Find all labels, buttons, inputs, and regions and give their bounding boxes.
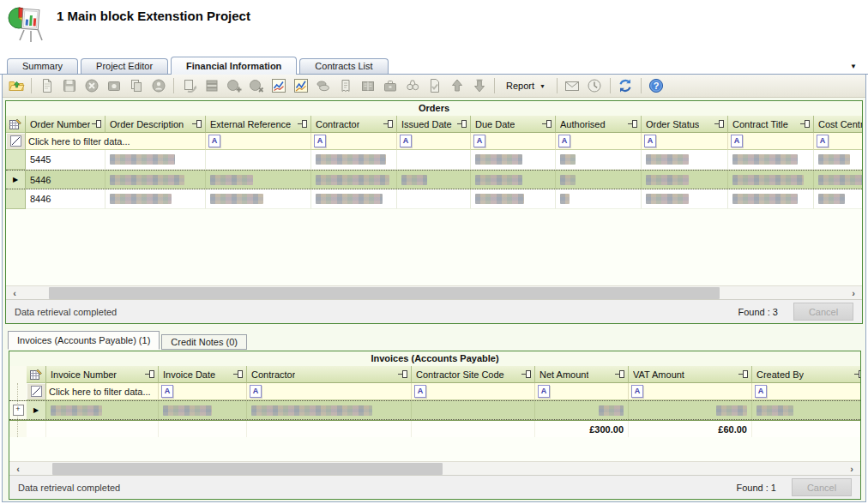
table-row[interactable]: 8446	[6, 189, 862, 209]
column-header-contract-title[interactable]: Contract Title	[728, 116, 814, 133]
move-down-icon[interactable]	[468, 76, 490, 96]
order-graph-icon[interactable]	[268, 76, 289, 96]
view-record-icon[interactable]	[103, 76, 124, 96]
scroll-thumb[interactable]	[52, 463, 443, 475]
filter-cell-external-reference[interactable]: A	[206, 133, 311, 150]
filter-cell-contractor[interactable]: A	[247, 383, 412, 400]
column-header-net-amount[interactable]: Net Amount	[535, 366, 629, 383]
column-header-invoice-date[interactable]: Invoice Date	[159, 366, 247, 383]
filter-cell-cost-centre[interactable]: A	[814, 133, 862, 150]
move-up-icon[interactable]	[446, 76, 467, 96]
tab-invoices-accounts-payable[interactable]: Invoices (Accounts Payable) (1)	[8, 331, 160, 350]
filter-type-icon[interactable]: A	[644, 135, 656, 147]
filter-cell-order-status[interactable]: A	[642, 133, 728, 150]
table-row[interactable]: ▶5446	[6, 170, 862, 189]
column-pin-icon[interactable]	[457, 120, 467, 128]
filter-row-button[interactable]	[27, 383, 46, 400]
save-record-icon[interactable]	[58, 76, 80, 96]
filter-type-icon[interactable]: A	[473, 135, 485, 147]
expand-row-button[interactable]: +	[13, 405, 24, 416]
tab-contracts-list[interactable]: Contracts List	[299, 58, 388, 74]
filter-type-icon[interactable]: A	[631, 385, 643, 398]
select-all-button[interactable]	[6, 116, 26, 133]
history-icon[interactable]	[584, 76, 606, 96]
filter-cell-invoice-date[interactable]: A	[159, 383, 247, 400]
column-header-created-by[interactable]: Created By	[752, 366, 860, 383]
order-graph-alt-icon[interactable]	[290, 76, 311, 96]
column-header-contractor[interactable]: Contractor	[311, 116, 397, 133]
column-header-authorised[interactable]: Authorised	[556, 116, 642, 133]
copy-record-icon[interactable]	[125, 76, 147, 96]
filter-cell-due-date[interactable]: A	[471, 133, 556, 150]
column-pin-icon[interactable]	[628, 120, 638, 128]
filter-type-icon[interactable]: A	[208, 135, 220, 147]
tab-project-editor[interactable]: Project Editor	[81, 58, 168, 74]
audit-order-icon[interactable]	[424, 76, 445, 96]
scroll-left-icon[interactable]: ‹	[9, 287, 20, 299]
tab-overflow-dropdown-icon[interactable]: ▼	[850, 60, 857, 74]
filter-type-icon[interactable]: A	[731, 135, 743, 147]
filter-prompt-cell[interactable]: Click here to filter data...	[46, 383, 159, 400]
add-item-icon[interactable]	[223, 76, 244, 96]
column-pin-icon[interactable]	[298, 120, 308, 128]
cancel-button[interactable]: Cancel	[793, 303, 853, 321]
row-selector[interactable]: ▶	[6, 171, 26, 189]
filter-cell-net-amount[interactable]: A	[535, 383, 629, 400]
cancel-button[interactable]: Cancel	[792, 478, 852, 496]
filter-prompt-cell[interactable]: Click here to filter data...	[26, 133, 206, 150]
column-header-issued-date[interactable]: Issued Date	[397, 116, 471, 133]
filter-type-icon[interactable]: A	[755, 385, 767, 398]
column-pin-icon[interactable]	[233, 370, 244, 378]
tab-financial-information[interactable]: Financial Information	[171, 57, 297, 75]
delete-record-icon[interactable]	[81, 76, 102, 96]
filter-cell-contractor-site-code[interactable]: A	[412, 383, 535, 400]
help-icon[interactable]: ?	[646, 76, 667, 96]
column-header-contractor[interactable]: Contractor	[247, 366, 412, 383]
column-pin-icon[interactable]	[854, 370, 860, 378]
row-selector[interactable]: ▶	[27, 401, 46, 419]
refresh-icon[interactable]	[615, 76, 636, 96]
orders-hscrollbar[interactable]: ‹›	[6, 285, 862, 299]
filter-cell-authorised[interactable]: A	[556, 133, 642, 150]
report-button[interactable]: Report▼	[499, 79, 552, 93]
remove-item-icon[interactable]	[245, 76, 267, 96]
filter-cell-created-by[interactable]: A	[752, 383, 860, 400]
table-row[interactable]: +▶	[9, 400, 860, 420]
tab-credit-notes[interactable]: Credit Notes (0)	[161, 334, 247, 350]
column-header-vat-amount[interactable]: VAT Amount	[629, 366, 752, 383]
column-pin-icon[interactable]	[383, 120, 394, 128]
new-record-icon[interactable]	[36, 76, 57, 96]
invoices-hscrollbar[interactable]: ‹›	[9, 461, 860, 475]
column-pin-icon[interactable]	[615, 370, 625, 378]
column-header-order-number[interactable]: Order Number	[26, 116, 105, 133]
table-row[interactable]: 5445	[6, 150, 862, 170]
filter-type-icon[interactable]: A	[414, 385, 426, 398]
filter-type-icon[interactable]: A	[817, 135, 829, 147]
column-pin-icon[interactable]	[542, 120, 552, 128]
column-pin-icon[interactable]	[192, 120, 202, 128]
filter-type-icon[interactable]: A	[250, 385, 262, 398]
filter-cell-vat-amount[interactable]: A	[629, 383, 752, 400]
contract-case-icon[interactable]	[379, 76, 401, 96]
filter-cell-contractor[interactable]: A	[311, 133, 397, 150]
filter-type-icon[interactable]: A	[400, 135, 412, 147]
filter-cell-contract-title[interactable]: A	[728, 133, 814, 150]
scroll-right-icon[interactable]: ›	[848, 287, 859, 299]
scroll-left-icon[interactable]: ‹	[13, 463, 23, 475]
column-header-external-reference[interactable]: External Reference	[206, 116, 311, 133]
column-header-contractor-site-code[interactable]: Contractor Site Code	[412, 366, 535, 383]
open-project-icon[interactable]	[5, 76, 27, 96]
payments-icon[interactable]	[312, 76, 334, 96]
column-header-invoice-number[interactable]: Invoice Number	[46, 366, 159, 383]
authorise-record-icon[interactable]	[148, 76, 169, 96]
column-header-cost-centre[interactable]: Cost Centre	[814, 116, 862, 133]
filter-type-icon[interactable]: A	[161, 385, 173, 398]
column-header-order-status[interactable]: Order Status	[642, 116, 728, 133]
column-pin-icon[interactable]	[145, 370, 155, 378]
column-pin-icon[interactable]	[398, 370, 408, 378]
filter-type-icon[interactable]: A	[558, 135, 570, 147]
scroll-right-icon[interactable]: ›	[847, 463, 857, 475]
row-selector[interactable]	[6, 189, 26, 209]
scroll-thumb[interactable]	[49, 287, 720, 299]
tab-summary[interactable]: Summary	[7, 58, 78, 74]
